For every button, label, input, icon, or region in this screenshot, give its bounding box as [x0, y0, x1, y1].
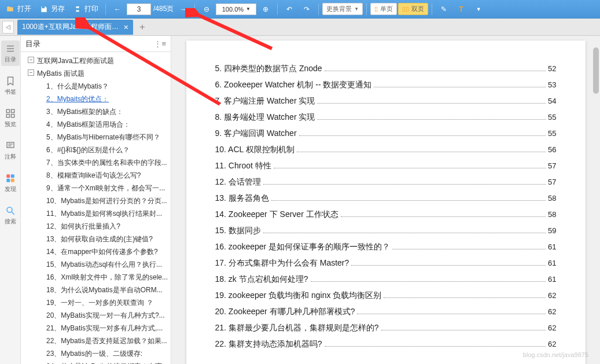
next-page-button[interactable]: → [175, 3, 191, 16]
double-page-button[interactable]: ▯▯ 双页 [398, 3, 428, 15]
tree-item[interactable]: 16、Xml映射文件中，除了常见的sele... [21, 271, 171, 284]
zoom-in-button[interactable]: ⊕ [257, 3, 274, 16]
tree-item[interactable]: 2、Mybaits的优点： [21, 93, 171, 105]
rail-item-bookmark[interactable]: 书签 [1, 73, 20, 98]
tree-item[interactable]: 15、Mybatis动态sql有什么用？执行... [21, 258, 171, 271]
toc-entry[interactable]: 22. 集群支持动态添加机器吗?62 [215, 339, 557, 350]
tree-item[interactable]: 13、如何获取自动生成的(主)键值? [21, 233, 171, 245]
collapse-sidebar-button[interactable]: ◁ [2, 21, 14, 34]
toc-entry[interactable]: 11. Chroot 特性57 [215, 161, 557, 171]
tab-close-button[interactable]: × [124, 23, 128, 32]
toc-entry[interactable]: 9. 客户端回调 Watcher55 [215, 128, 557, 139]
rotate-left-button[interactable]: ↶ [281, 3, 297, 16]
toc-leader [384, 297, 546, 298]
tree-item[interactable]: 10、Mybatis是如何进行分页的？分页... [21, 194, 171, 207]
toc-entry[interactable]: 12. 会话管理57 [215, 177, 557, 187]
chevron-down-icon: ▼ [354, 6, 359, 12]
toc-entry[interactable]: 8. 服务端处理 Watcher 实现55 [215, 112, 557, 123]
tree-section-node[interactable]: −MyBatis 面试题 [21, 67, 171, 80]
document-tab-bar: ◁ 1000道+互联网Java工程师面试... × + [0, 19, 600, 36]
save-as-button[interactable]: 另存 [36, 2, 68, 16]
toc-entry[interactable]: 6. Zookeeper Watcher 机制 -- 数据变更通知53 [215, 80, 557, 90]
toc-entry[interactable]: 19. zookeeper 负载均衡和 nginx 负载均衡区别62 [215, 291, 557, 301]
tree-item[interactable]: 1、什么是Mybatis？ [21, 80, 171, 93]
vertical-scrollbar[interactable] [592, 36, 600, 364]
toc-title: 11. Chroot 特性 [215, 161, 271, 171]
print-button[interactable]: 打印 [69, 2, 102, 16]
rail-item-thumbnails[interactable]: 预览 [1, 105, 20, 131]
tree-item[interactable]: 23、Mybatis的一级、二级缓存: [21, 347, 171, 360]
document-viewport[interactable]: 5. 四种类型的数据节点 Znode526. Zookeeper Watcher… [171, 36, 600, 364]
sidebar-title: 目录 [25, 39, 41, 49]
tree-item[interactable]: 3、MyBatis框架的缺点： [21, 105, 171, 118]
tree-item[interactable]: 7、当实体类中的属性名和表中的字段... [21, 156, 171, 169]
toc-page-number: 55 [548, 129, 556, 138]
tree-item[interactable]: 4、MyBatis框架适用场合： [21, 118, 171, 131]
annotation-icon [5, 140, 16, 152]
open-button[interactable]: 打开 [2, 2, 35, 16]
single-page-button[interactable]: ▯ 单页 [370, 3, 397, 15]
tree-item[interactable]: 11、Mybatis是如何将sql执行结果封... [21, 207, 171, 220]
text-tool-button[interactable]: T [453, 3, 469, 16]
toc-title: 5. 四种类型的数据节点 Znode [215, 64, 322, 74]
bookmark-icon [5, 75, 16, 87]
tree-item[interactable]: 12、如何执行批量插入? [21, 220, 171, 233]
toc-entry[interactable]: 13. 服务器角色58 [215, 193, 557, 204]
svg-line-19 [12, 212, 14, 215]
tree-item[interactable]: 6、#{}和${}的区别是什么？ [21, 144, 171, 156]
toc-entry[interactable]: 7. 客户端注册 Watcher 实现54 [215, 96, 557, 106]
add-tab-button[interactable]: + [135, 20, 149, 34]
sidebar-options-icon[interactable]: ⋮≡ [154, 39, 166, 48]
scrollbar-thumb[interactable] [593, 47, 599, 94]
toc-title: 10. ACL 权限控制机制 [215, 145, 295, 155]
toc-entry[interactable]: 20. Zookeeper 有哪几种几种部署模式?62 [215, 307, 557, 317]
tree-collapse-icon[interactable]: − [28, 57, 34, 63]
toc-leader [317, 103, 546, 104]
tree-item[interactable]: 14、在mapper中如何传递多个参数? [21, 245, 171, 258]
rail-label: 搜索 [5, 218, 16, 226]
rail-item-search[interactable]: 搜索 [1, 203, 20, 228]
more-tools-button[interactable]: ▼ [470, 3, 487, 16]
toc-entry[interactable]: 18. zk 节点宕机如何处理?61 [215, 274, 557, 285]
tree-item[interactable]: 5、MyBatis与Hibernate有哪些不同？ [21, 131, 171, 144]
svg-rect-14 [6, 174, 10, 178]
document-tab[interactable]: 1000道+互联网Java工程师面试... × [17, 20, 133, 35]
tree-item[interactable]: 19、一对一、一对多的关联查询 ？ [21, 296, 171, 309]
tree-item[interactable]: 9、通常一个Xml映射文件，都会写一... [21, 182, 171, 194]
tree-item[interactable]: 18、为什么说Mybatis是半自动ORM... [21, 284, 171, 296]
change-background-dropdown[interactable]: 更换背景 ▼ [322, 3, 363, 15]
toc-entry[interactable]: 17. 分布式集群中为什么会有 Master?61 [215, 258, 557, 269]
zoom-in-icon: ⊕ [261, 5, 270, 14]
toc-entry[interactable]: 14. Zookeeper 下 Server 工作状态58 [215, 209, 557, 220]
toc-entry[interactable]: 5. 四种类型的数据节点 Znode52 [215, 64, 557, 74]
tree-item[interactable]: 24、什么是MyBatis的接口绑定？有哪... [21, 360, 171, 364]
zoom-out-button[interactable]: ⊖ [198, 3, 215, 16]
toc-entry[interactable]: 21. 集群最少要几台机器，集群规则是怎样的?62 [215, 323, 557, 333]
rail-item-list[interactable]: 目录 [1, 41, 20, 66]
toc-page-number: 62 [548, 291, 556, 300]
svg-rect-3 [76, 10, 79, 12]
tree-item[interactable]: 8、模糊查询like语句该怎么写? [21, 169, 171, 182]
toc-title: 13. 服务器角色 [215, 193, 269, 204]
toc-page-number: 61 [548, 275, 556, 284]
tree-root-node[interactable]: −互联网Java工程师面试题 [21, 54, 171, 67]
prev-page-button[interactable]: ← [109, 3, 126, 16]
toc-title: 8. 服务端处理 Watcher 实现 [215, 112, 315, 123]
rail-item-apps[interactable]: 发现 [1, 170, 20, 196]
page-number-input[interactable] [127, 3, 151, 15]
toc-entry[interactable]: 15. 数据同步59 [215, 226, 557, 236]
rotate-right-button[interactable]: ↷ [299, 3, 315, 16]
toc-page-number: 62 [548, 340, 556, 348]
toc-entry[interactable]: 10. ACL 权限控制机制56 [215, 145, 557, 155]
tree-item[interactable]: 20、MyBatis实现一对一有几种方式?... [21, 309, 171, 322]
rail-item-annotation[interactable]: 注释 [1, 138, 20, 163]
tree-collapse-icon[interactable]: − [28, 69, 34, 76]
tree-item[interactable]: 21、MyBatis实现一对多有几种方式,... [21, 322, 171, 334]
toc-leader [317, 119, 546, 120]
svg-rect-9 [6, 115, 9, 117]
svg-rect-17 [10, 179, 14, 182]
tree-item[interactable]: 22、Mybatis是否支持延迟加载？如果... [21, 334, 171, 347]
toc-entry[interactable]: 16. zookeeper 是如何保证事务的顺序一致性的？61 [215, 242, 557, 252]
annotate-button[interactable]: ✎ [436, 3, 452, 16]
zoom-select[interactable]: 100.0%▼ [216, 3, 256, 15]
